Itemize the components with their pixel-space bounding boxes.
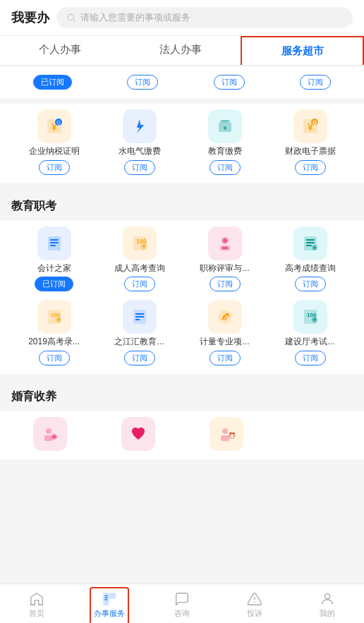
subscribe-button[interactable]: 订阅 (295, 277, 326, 291)
svg-point-64 (254, 602, 255, 603)
search-bar[interactable]: 请输入您需要的事项或服务 (56, 7, 353, 28)
subscribe-button[interactable]: 订阅 (124, 351, 155, 365)
list-item: 水电气缴费 订阅 (97, 109, 182, 175)
list-item: ⏰ (182, 417, 270, 451)
tab-legal[interactable]: 法人办事 (121, 36, 241, 65)
list-item: 订阅 (214, 75, 245, 90)
subscribe-button[interactable]: 订阅 (124, 277, 155, 291)
page-title: 我要办 (11, 9, 49, 26)
accounting-icon (44, 234, 64, 253)
nav-label-home: 首页 (29, 608, 44, 619)
list-item: 订阅 (300, 75, 331, 90)
construction-icon: 100 (301, 307, 320, 327)
svg-point-23 (223, 238, 227, 243)
service-icon-m2 (121, 417, 155, 451)
nav-label-mine: 我的 (320, 608, 335, 619)
marriage-services-section: ⏰ (0, 411, 364, 459)
list-item: 之江汇教育... 订阅 (97, 300, 182, 365)
svg-rect-25 (222, 247, 228, 249)
svg-text:Q: Q (56, 120, 61, 126)
svg-rect-15 (50, 242, 59, 243)
tabs-bar: 个人办事 法人办事 服务超市 (0, 36, 364, 66)
m3-icon: ⏰ (217, 424, 236, 444)
svg-rect-27 (306, 239, 315, 241)
list-item: 高考成绩查询 订阅 (267, 226, 353, 292)
subscribe-button[interactable]: 已订阅 (35, 277, 73, 291)
svg-point-49 (46, 428, 51, 434)
svg-rect-7 (221, 120, 229, 122)
list-item: ¥ Q 财政电子票据 订阅 (267, 109, 353, 175)
subscribe-button[interactable]: 订阅 (210, 160, 241, 175)
service-name: 高考成绩查询 (285, 263, 336, 274)
service-name: 成人高考查询 (114, 263, 165, 274)
mine-icon (320, 591, 335, 607)
service-icon-utility (123, 109, 157, 143)
m1-icon (40, 424, 60, 444)
nav-label-complaint: 投诉 (247, 608, 262, 619)
svg-rect-16 (50, 245, 56, 246)
header: 我要办 请输入您需要的事项或服务 (0, 0, 364, 36)
search-icon (66, 13, 76, 23)
search-placeholder: 请输入您需要的事项或服务 (80, 11, 190, 24)
list-item (94, 417, 182, 451)
subscribe-button[interactable]: 订阅 (295, 351, 326, 365)
subscribe-button[interactable]: 订阅 (300, 75, 331, 90)
consult-icon (174, 591, 190, 607)
subscribe-button[interactable]: 已订阅 (33, 75, 72, 90)
list-item (6, 417, 94, 451)
subscribe-button[interactable]: 订阅 (127, 75, 158, 90)
service-icon-measure (208, 300, 242, 334)
service-name: 之江汇教育... (114, 337, 164, 348)
list-item: 100 建设厅考试... 订阅 (267, 300, 353, 365)
subscribe-button[interactable]: 订阅 (39, 160, 70, 175)
service-name: 会计之家 (37, 263, 71, 274)
service-icon-title-eval (208, 226, 242, 260)
finance-services-section: ¥ Q 企业纳税证明 订阅 水电气缴费 订阅 (0, 104, 364, 183)
service-icon-m1 (33, 417, 67, 451)
subscribe-button[interactable]: 订阅 (39, 351, 70, 365)
subscribe-button[interactable]: 订阅 (210, 351, 241, 365)
service-name: 水电气缴费 (119, 146, 161, 157)
list-item: ¥ Q 企业纳税证明 订阅 (11, 109, 97, 175)
service-name: 职称评审与... (200, 263, 249, 274)
nav-item-home[interactable]: 首页 (0, 588, 73, 619)
subscribe-button[interactable]: 订阅 (295, 160, 326, 175)
service-icon-construction: 100 (293, 300, 327, 334)
nav-label-services: 办事服务 (94, 608, 125, 619)
svg-point-54 (222, 428, 228, 434)
svg-rect-14 (50, 239, 59, 241)
subscribe-button[interactable]: 订阅 (214, 75, 245, 90)
service-name: 计量专业项... (200, 337, 249, 348)
nav-item-consult[interactable]: 咨询 (145, 588, 218, 619)
tab-service[interactable]: 服务超市 (241, 36, 364, 65)
bottom-nav: 首页 办事服务 咨询 投诉 我的 (0, 583, 364, 623)
list-item: 100 2019高考录... 订阅 (11, 300, 97, 365)
tab-personal[interactable]: 个人办事 (0, 36, 121, 65)
svg-point-43 (223, 316, 227, 320)
list-item: 职称评审与... 订阅 (182, 226, 267, 292)
measure-icon (215, 307, 235, 327)
svg-line-1 (73, 20, 75, 22)
edu-services-section: 会计之家 已订阅 100 成人高考查询 订阅 (0, 221, 364, 374)
nav-item-complaint[interactable]: 投诉 (219, 588, 291, 619)
subscribe-button[interactable]: 订阅 (210, 277, 241, 291)
nav-label-consult: 咨询 (174, 608, 190, 619)
utility-icon (130, 116, 150, 136)
list-item: 计量专业项... 订阅 (182, 300, 267, 365)
nav-item-services[interactable]: 办事服务 (73, 588, 145, 619)
home-icon (29, 591, 44, 607)
svg-point-0 (68, 14, 73, 20)
list-item: 订阅 (127, 75, 158, 90)
edu-section-title: 教育职考 (0, 189, 364, 221)
content-area: 已订阅 订阅 订阅 订阅 ¥ Q (0, 66, 364, 582)
svg-text:¥: ¥ (223, 125, 226, 131)
service-icon-tax: ¥ Q (37, 109, 71, 143)
subscribe-button[interactable]: 订阅 (124, 160, 155, 175)
nav-item-mine[interactable]: 我的 (291, 588, 364, 619)
m2-icon (128, 424, 148, 444)
gaokao2019-icon: 100 (44, 307, 64, 327)
svg-rect-29 (306, 245, 312, 246)
title-eval-icon (215, 234, 235, 253)
list-item: 会计之家 已订阅 (11, 226, 97, 292)
service-icon-zhijiang (123, 300, 157, 334)
